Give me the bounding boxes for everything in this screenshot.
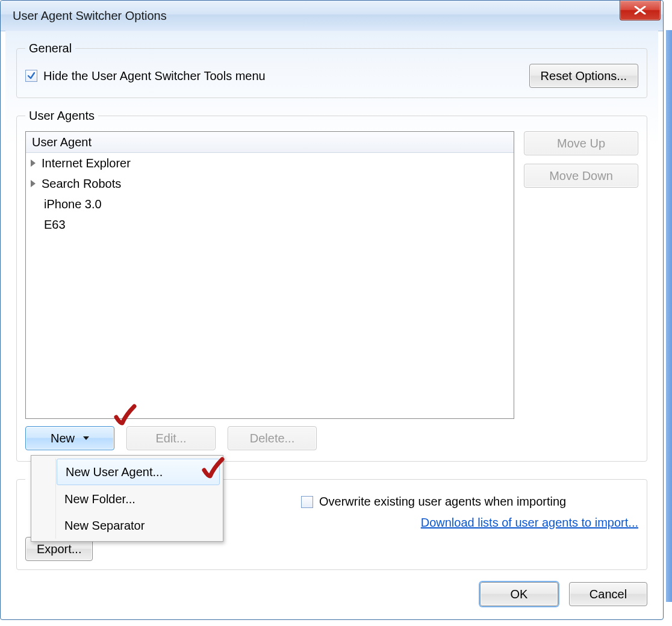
move-down-button[interactable]: Move Down bbox=[524, 164, 638, 188]
delete-button[interactable]: Delete... bbox=[228, 426, 317, 450]
group-user-agents: User Agents User Agent Internet Explorer bbox=[16, 109, 647, 462]
group-general-legend: General bbox=[25, 42, 75, 55]
ok-button[interactable]: OK bbox=[480, 582, 558, 606]
user-agent-item-label: E63 bbox=[44, 218, 66, 232]
new-button-label: New bbox=[51, 432, 75, 445]
menu-item-new-separator[interactable]: New Separator bbox=[56, 512, 220, 539]
user-agent-item[interactable]: Internet Explorer bbox=[26, 153, 514, 173]
user-agent-list[interactable]: User Agent Internet Explorer Search Robo… bbox=[25, 131, 514, 419]
hide-menu-label: Hide the User Agent Switcher Tools menu bbox=[43, 69, 266, 83]
user-agent-item-label: Search Robots bbox=[42, 177, 121, 191]
user-agent-item-label: Internet Explorer bbox=[42, 156, 131, 170]
user-agent-item-label: iPhone 3.0 bbox=[44, 197, 102, 211]
reset-options-button[interactable]: Reset Options... bbox=[529, 64, 638, 88]
hide-menu-checkbox[interactable] bbox=[25, 70, 37, 82]
move-up-button[interactable]: Move Up bbox=[524, 131, 638, 155]
expand-icon bbox=[31, 160, 36, 167]
download-lists-link[interactable]: Download lists of user agents to import.… bbox=[421, 516, 638, 530]
menu-item-label: New Folder... bbox=[64, 492, 135, 506]
menu-item-label: New Separator bbox=[64, 519, 145, 533]
check-icon bbox=[27, 72, 36, 80]
cancel-button[interactable]: Cancel bbox=[569, 582, 647, 606]
overwrite-checkbox[interactable] bbox=[301, 496, 313, 508]
group-user-agents-legend: User Agents bbox=[25, 109, 98, 123]
overwrite-label: Overwrite existing user agents when impo… bbox=[319, 495, 566, 509]
host-window-edge bbox=[666, 30, 672, 602]
menu-item-new-folder[interactable]: New Folder... bbox=[56, 486, 220, 512]
user-agent-item[interactable]: iPhone 3.0 bbox=[26, 194, 514, 214]
new-dropdown-menu: New User Agent... New Folder... New Sepa… bbox=[31, 455, 223, 542]
window-title: User Agent Switcher Options bbox=[13, 9, 167, 23]
dialog-footer: OK Cancel bbox=[480, 582, 647, 606]
user-agent-column-header[interactable]: User Agent bbox=[26, 132, 514, 153]
expand-icon bbox=[31, 180, 36, 187]
new-button[interactable]: New bbox=[25, 426, 114, 450]
user-agent-item[interactable]: Search Robots bbox=[26, 173, 514, 194]
close-icon bbox=[634, 6, 646, 14]
user-agent-item[interactable]: E63 bbox=[26, 214, 514, 235]
dialog-window: User Agent Switcher Options General bbox=[0, 0, 664, 620]
close-button[interactable] bbox=[620, 1, 661, 20]
group-general: General Hide the User Agent Switcher Too… bbox=[16, 42, 647, 98]
menu-item-label: New User Agent... bbox=[66, 465, 163, 479]
menu-item-new-user-agent[interactable]: New User Agent... bbox=[57, 459, 220, 485]
edit-button[interactable]: Edit... bbox=[126, 426, 216, 450]
dropdown-caret-icon bbox=[83, 436, 89, 440]
titlebar: User Agent Switcher Options bbox=[1, 1, 663, 31]
